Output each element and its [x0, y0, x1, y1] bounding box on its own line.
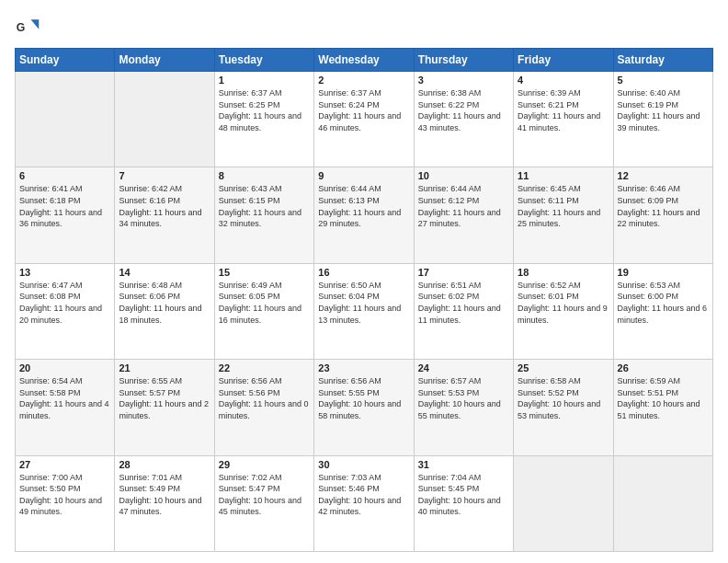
day-info: Sunrise: 7:00 AM Sunset: 5:50 PM Dayligh… — [19, 472, 110, 518]
calendar-week-row: 20Sunrise: 6:54 AM Sunset: 5:58 PM Dayli… — [16, 360, 713, 455]
day-info: Sunrise: 6:58 AM Sunset: 5:52 PM Dayligh… — [518, 375, 609, 421]
weekday-header-wednesday: Wednesday — [314, 49, 414, 72]
day-number: 2 — [318, 75, 409, 86]
day-number: 8 — [219, 170, 310, 181]
calendar-cell: 10Sunrise: 6:44 AM Sunset: 6:12 PM Dayli… — [414, 167, 513, 263]
day-info: Sunrise: 6:41 AM Sunset: 6:18 PM Dayligh… — [19, 183, 110, 229]
day-info: Sunrise: 6:54 AM Sunset: 5:58 PM Dayligh… — [19, 375, 110, 421]
day-info: Sunrise: 6:47 AM Sunset: 6:08 PM Dayligh… — [19, 280, 110, 326]
calendar-week-row: 1Sunrise: 6:37 AM Sunset: 6:25 PM Daylig… — [16, 72, 713, 167]
calendar-cell: 30Sunrise: 7:03 AM Sunset: 5:46 PM Dayli… — [314, 455, 414, 551]
weekday-header-thursday: Thursday — [414, 49, 513, 72]
day-info: Sunrise: 6:40 AM Sunset: 6:19 PM Dayligh… — [618, 87, 709, 133]
calendar-cell: 6Sunrise: 6:41 AM Sunset: 6:18 PM Daylig… — [16, 167, 115, 263]
calendar-week-row: 6Sunrise: 6:41 AM Sunset: 6:18 PM Daylig… — [16, 167, 713, 263]
day-info: Sunrise: 6:42 AM Sunset: 6:16 PM Dayligh… — [119, 183, 210, 229]
calendar-week-row: 27Sunrise: 7:00 AM Sunset: 5:50 PM Dayli… — [16, 455, 713, 551]
calendar-table: SundayMondayTuesdayWednesdayThursdayFrid… — [15, 48, 713, 552]
calendar-cell: 28Sunrise: 7:01 AM Sunset: 5:49 PM Dayli… — [115, 455, 214, 551]
calendar-cell: 19Sunrise: 6:53 AM Sunset: 6:00 PM Dayli… — [613, 263, 712, 359]
day-info: Sunrise: 6:52 AM Sunset: 6:01 PM Dayligh… — [518, 280, 609, 326]
day-info: Sunrise: 7:02 AM Sunset: 5:47 PM Dayligh… — [219, 472, 310, 518]
day-number: 22 — [219, 362, 310, 373]
header: G — [15, 15, 713, 40]
calendar-cell: 14Sunrise: 6:48 AM Sunset: 6:06 PM Dayli… — [115, 263, 214, 359]
day-info: Sunrise: 6:53 AM Sunset: 6:00 PM Dayligh… — [618, 280, 709, 326]
day-info: Sunrise: 6:37 AM Sunset: 6:25 PM Dayligh… — [219, 87, 310, 133]
calendar-cell: 7Sunrise: 6:42 AM Sunset: 6:16 PM Daylig… — [115, 167, 214, 263]
calendar-cell: 12Sunrise: 6:46 AM Sunset: 6:09 PM Dayli… — [613, 167, 712, 263]
day-number: 24 — [418, 362, 509, 373]
day-number: 13 — [19, 267, 110, 278]
day-number: 20 — [19, 362, 110, 373]
calendar-cell: 20Sunrise: 6:54 AM Sunset: 5:58 PM Dayli… — [16, 360, 115, 455]
calendar-cell: 1Sunrise: 6:37 AM Sunset: 6:25 PM Daylig… — [214, 72, 313, 167]
day-number: 10 — [418, 170, 509, 181]
calendar-week-row: 13Sunrise: 6:47 AM Sunset: 6:08 PM Dayli… — [16, 263, 713, 359]
day-number: 12 — [618, 170, 709, 181]
calendar-cell: 24Sunrise: 6:57 AM Sunset: 5:53 PM Dayli… — [414, 360, 513, 455]
day-number: 3 — [418, 75, 509, 86]
calendar-cell: 4Sunrise: 6:39 AM Sunset: 6:21 PM Daylig… — [514, 72, 613, 167]
weekday-header-tuesday: Tuesday — [214, 49, 313, 72]
weekday-header-row: SundayMondayTuesdayWednesdayThursdayFrid… — [16, 49, 713, 72]
svg-marker-1 — [31, 19, 40, 29]
day-number: 9 — [318, 170, 409, 181]
day-info: Sunrise: 7:03 AM Sunset: 5:46 PM Dayligh… — [318, 472, 409, 518]
logo-icon: G — [15, 15, 40, 40]
weekday-header-friday: Friday — [514, 49, 613, 72]
calendar-cell: 16Sunrise: 6:50 AM Sunset: 6:04 PM Dayli… — [314, 263, 414, 359]
calendar-cell: 5Sunrise: 6:40 AM Sunset: 6:19 PM Daylig… — [613, 72, 712, 167]
day-number: 27 — [19, 459, 110, 470]
day-number: 23 — [318, 362, 409, 373]
day-number: 31 — [418, 459, 509, 470]
day-info: Sunrise: 6:57 AM Sunset: 5:53 PM Dayligh… — [418, 375, 509, 421]
day-info: Sunrise: 6:51 AM Sunset: 6:02 PM Dayligh… — [418, 280, 509, 326]
day-number: 5 — [618, 75, 709, 86]
calendar-cell — [514, 455, 613, 551]
day-number: 7 — [119, 170, 210, 181]
weekday-header-saturday: Saturday — [613, 49, 712, 72]
calendar-cell — [613, 455, 712, 551]
logo: G — [15, 15, 44, 40]
day-info: Sunrise: 6:56 AM Sunset: 5:55 PM Dayligh… — [318, 375, 409, 421]
day-number: 6 — [19, 170, 110, 181]
day-info: Sunrise: 6:56 AM Sunset: 5:56 PM Dayligh… — [219, 375, 310, 421]
calendar-cell — [115, 72, 214, 167]
calendar-cell: 26Sunrise: 6:59 AM Sunset: 5:51 PM Dayli… — [613, 360, 712, 455]
day-number: 25 — [518, 362, 609, 373]
day-number: 28 — [119, 459, 210, 470]
day-info: Sunrise: 7:04 AM Sunset: 5:45 PM Dayligh… — [418, 472, 509, 518]
day-number: 19 — [618, 267, 709, 278]
svg-text:G: G — [17, 21, 26, 34]
day-number: 30 — [318, 459, 409, 470]
day-number: 16 — [318, 267, 409, 278]
calendar-cell: 13Sunrise: 6:47 AM Sunset: 6:08 PM Dayli… — [16, 263, 115, 359]
day-number: 14 — [119, 267, 210, 278]
calendar-cell: 15Sunrise: 6:49 AM Sunset: 6:05 PM Dayli… — [214, 263, 313, 359]
day-number: 17 — [418, 267, 509, 278]
calendar-cell — [16, 72, 115, 167]
calendar-cell: 25Sunrise: 6:58 AM Sunset: 5:52 PM Dayli… — [514, 360, 613, 455]
weekday-header-sunday: Sunday — [16, 49, 115, 72]
calendar-cell: 27Sunrise: 7:00 AM Sunset: 5:50 PM Dayli… — [16, 455, 115, 551]
calendar-cell: 11Sunrise: 6:45 AM Sunset: 6:11 PM Dayli… — [514, 167, 613, 263]
calendar-cell: 8Sunrise: 6:43 AM Sunset: 6:15 PM Daylig… — [214, 167, 313, 263]
day-number: 11 — [518, 170, 609, 181]
calendar-cell: 3Sunrise: 6:38 AM Sunset: 6:22 PM Daylig… — [414, 72, 513, 167]
calendar-cell: 18Sunrise: 6:52 AM Sunset: 6:01 PM Dayli… — [514, 263, 613, 359]
day-info: Sunrise: 6:44 AM Sunset: 6:13 PM Dayligh… — [318, 183, 409, 229]
day-info: Sunrise: 6:37 AM Sunset: 6:24 PM Dayligh… — [318, 87, 409, 133]
calendar-cell: 2Sunrise: 6:37 AM Sunset: 6:24 PM Daylig… — [314, 72, 414, 167]
day-info: Sunrise: 6:43 AM Sunset: 6:15 PM Dayligh… — [219, 183, 310, 229]
day-info: Sunrise: 6:48 AM Sunset: 6:06 PM Dayligh… — [119, 280, 210, 326]
calendar-cell: 29Sunrise: 7:02 AM Sunset: 5:47 PM Dayli… — [214, 455, 313, 551]
day-number: 29 — [219, 459, 310, 470]
day-number: 18 — [518, 267, 609, 278]
calendar-cell: 21Sunrise: 6:55 AM Sunset: 5:57 PM Dayli… — [115, 360, 214, 455]
day-info: Sunrise: 6:59 AM Sunset: 5:51 PM Dayligh… — [618, 375, 709, 421]
day-info: Sunrise: 6:46 AM Sunset: 6:09 PM Dayligh… — [618, 183, 709, 229]
day-number: 4 — [518, 75, 609, 86]
day-info: Sunrise: 6:50 AM Sunset: 6:04 PM Dayligh… — [318, 280, 409, 326]
day-number: 1 — [219, 75, 310, 86]
